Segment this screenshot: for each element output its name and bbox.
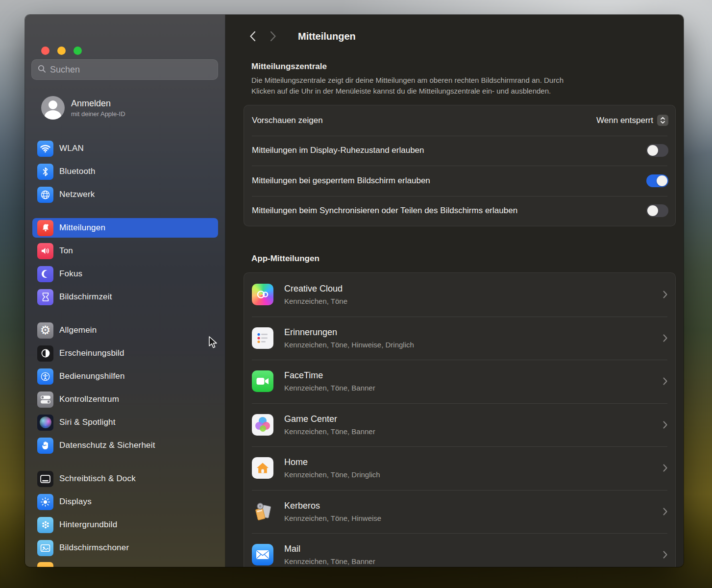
kerberos-icon: [252, 501, 273, 522]
wifi-icon: [37, 141, 53, 157]
chevron-right-icon: [663, 334, 667, 342]
sidebar-item-bluetooth[interactable]: Bluetooth: [32, 162, 218, 181]
sidebar-item-bildschirmzeit[interactable]: Bildschirmzeit: [32, 287, 218, 307]
app-row-mail[interactable]: Mail Kennzeichen, Töne, Banner: [244, 533, 675, 567]
sidebar-item-bildschirmschoner[interactable]: Bildschirmschoner: [32, 538, 218, 558]
row-synchronisieren-teilen: Mitteilungen beim Synchronisieren oder T…: [244, 196, 675, 226]
sidebar-item-fokus[interactable]: Fokus: [32, 264, 218, 284]
sidebar-item-netzwerk[interactable]: Netzwerk: [32, 185, 218, 204]
forward-button[interactable]: [270, 31, 276, 42]
user-avatar: [41, 96, 65, 120]
hand-icon: [37, 438, 53, 454]
sidebar-item-datenschutz[interactable]: Datenschutz & Sicherheit: [32, 436, 218, 455]
hourglass-icon: [37, 289, 53, 305]
sidebar-item-apple-id[interactable]: Anmelden mit deiner Apple-ID: [32, 95, 218, 121]
app-row-game-center[interactable]: Game Center Kennzeichen, Töne, Banner: [244, 403, 675, 447]
app-row-facetime[interactable]: FaceTime Kennzeichen, Töne, Banner: [244, 360, 675, 403]
sidebar-item-mitteilungen[interactable]: Mitteilungen: [32, 218, 218, 238]
show-previews-select[interactable]: Wenn entsperrt: [596, 115, 668, 126]
section-title-app-mitteilungen: App-Mitteilungen: [251, 254, 676, 264]
select-value: Wenn entsperrt: [596, 116, 653, 125]
content-pane: Mitteilungen Mitteilungszentrale Die Mit…: [225, 15, 684, 567]
speaker-icon: [37, 243, 53, 259]
app-detail: Kennzeichen, Töne, Banner: [284, 384, 663, 392]
mouse-cursor: [208, 336, 220, 349]
facetime-icon: [252, 370, 273, 392]
sidebar-item-label: Bluetooth: [59, 167, 96, 176]
zoom-button[interactable]: [74, 47, 82, 55]
app-detail: Kennzeichen, Töne, Banner: [284, 557, 663, 565]
search-field[interactable]: [31, 59, 218, 80]
account-title: Anmelden: [71, 98, 125, 109]
chevron-right-icon: [663, 551, 667, 559]
sidebar-item-wlan[interactable]: WLAN: [32, 139, 218, 158]
sidebar-item-displays[interactable]: Displays: [32, 492, 218, 512]
window-controls: [41, 47, 82, 55]
chevron-right-icon: [663, 377, 667, 385]
sidebar-item-label: Bildschirmschoner: [59, 543, 129, 553]
app-row-erinnerungen[interactable]: Erinnerungen Kennzeichen, Töne, Hinweise…: [244, 317, 675, 360]
sidebar-item-label: Allgemein: [59, 325, 97, 335]
sidebar-item-label: Datenschutz & Sicherheit: [59, 441, 155, 450]
sidebar-item-label: WLAN: [59, 144, 84, 153]
app-name: FaceTime: [284, 370, 663, 381]
sidebar-item-label: Erscheinungsbild: [59, 348, 124, 358]
bell-icon: [37, 220, 53, 236]
stepper-icon: [657, 115, 668, 126]
toggle-lock-screen[interactable]: [646, 174, 668, 187]
sidebar-item-allgemein[interactable]: ⚙ Allgemein: [32, 320, 218, 340]
sidebar: Anmelden mit deiner Apple-ID WLAN Blueto…: [25, 15, 225, 567]
sidebar-item-siri-spotlight[interactable]: Siri & Spotlight: [32, 413, 218, 432]
siri-icon: [37, 415, 53, 431]
gear-icon: ⚙: [37, 322, 53, 339]
app-name: Kerberos: [284, 501, 663, 511]
mail-icon: [252, 544, 273, 565]
row-display-ruhezustand: Mitteilungen im Display-Ruhezustand erla…: [244, 136, 675, 166]
sidebar-item-label: Ton: [59, 246, 73, 256]
app-row-kerberos[interactable]: Kerberos Kennzeichen, Töne, Hinweise: [244, 490, 675, 534]
sidebar-item-label: Schreibtisch & Dock: [59, 474, 136, 484]
sidebar-item-label: Bildschirmzeit: [59, 292, 112, 302]
sidebar-item-schreibtisch-dock[interactable]: Schreibtisch & Dock: [32, 469, 218, 489]
chevron-right-icon: [663, 508, 667, 515]
sidebar-item-label: Bedienungshilfen: [59, 371, 125, 381]
flower-icon: [37, 517, 53, 533]
minimize-button[interactable]: [57, 47, 66, 55]
search-input[interactable]: [50, 65, 212, 75]
row-label: Mitteilungen im Display-Ruhezustand erla…: [252, 146, 424, 155]
chevron-right-icon: [663, 291, 667, 298]
sidebar-item-label: Siri & Spotlight: [59, 417, 116, 427]
screensaver-icon: [37, 540, 53, 556]
reminders-icon: [252, 327, 273, 349]
sidebar-item-erscheinungsbild[interactable]: Erscheinungsbild: [32, 343, 218, 363]
notification-center-settings-group: Vorschauen zeigen Wenn entsperrt Mitteil…: [244, 105, 676, 226]
sidebar-item-kontrollzentrum[interactable]: Kontrollzentrum: [32, 390, 218, 409]
close-button[interactable]: [41, 47, 49, 55]
app-detail: Kennzeichen, Töne, Dringlich: [284, 470, 663, 479]
globe-icon: [37, 187, 53, 203]
toggle-screen-sharing[interactable]: [646, 204, 668, 217]
sidebar-item-ton[interactable]: Ton: [32, 241, 218, 261]
creative-cloud-icon: [252, 284, 273, 305]
partial-app-icon[interactable]: [37, 562, 53, 567]
sidebar-item-hintergrundbild[interactable]: Hintergrundbild: [32, 515, 218, 535]
home-icon: [252, 457, 273, 479]
app-detail: Kennzeichen, Töne: [284, 297, 663, 305]
app-name: Erinnerungen: [284, 327, 663, 338]
app-name: Mail: [284, 544, 663, 554]
app-notifications-group: Creative Cloud Kennzeichen, Töne Erinner…: [244, 272, 676, 567]
sun-icon: [37, 494, 53, 510]
account-subtitle: mit deiner Apple-ID: [71, 110, 125, 118]
section-title-mitteilungszentrale: Mitteilungszentrale: [251, 62, 676, 72]
desktop-icon: [37, 471, 53, 487]
bluetooth-icon: [37, 164, 53, 180]
sidebar-item-bedienungshilfen[interactable]: Bedienungshilfen: [32, 367, 218, 386]
back-button[interactable]: [249, 31, 256, 42]
toggle-display-sleep[interactable]: [646, 144, 668, 157]
sidebar-item-label: Mitteilungen: [59, 223, 105, 233]
row-label: Mitteilungen bei gesperrtem Bildschirm e…: [252, 176, 430, 186]
app-row-home[interactable]: Home Kennzeichen, Töne, Dringlich: [244, 446, 675, 490]
app-row-creative-cloud[interactable]: Creative Cloud Kennzeichen, Töne: [244, 273, 675, 317]
sidebar-item-label: Displays: [59, 497, 92, 507]
contrast-icon: [37, 345, 53, 362]
